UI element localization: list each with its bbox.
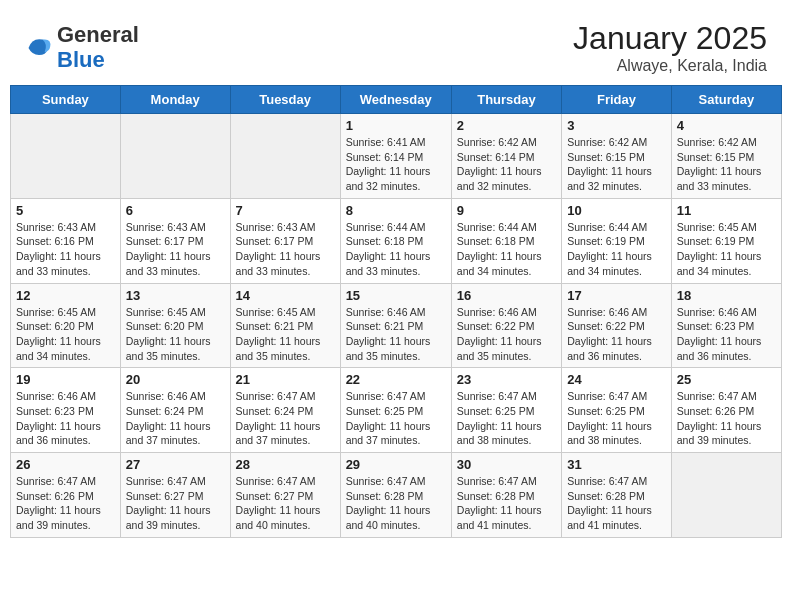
calendar-day-cell: 10Sunrise: 6:44 AM Sunset: 6:19 PM Dayli… — [562, 198, 672, 283]
logo-general: General — [57, 23, 139, 47]
day-info: Sunrise: 6:46 AM Sunset: 6:24 PM Dayligh… — [126, 389, 225, 448]
day-number: 2 — [457, 118, 556, 133]
calendar-day-cell: 16Sunrise: 6:46 AM Sunset: 6:22 PM Dayli… — [451, 283, 561, 368]
day-number: 28 — [236, 457, 335, 472]
day-info: Sunrise: 6:45 AM Sunset: 6:20 PM Dayligh… — [16, 305, 115, 364]
calendar-day-cell — [230, 114, 340, 199]
calendar-day-cell: 29Sunrise: 6:47 AM Sunset: 6:28 PM Dayli… — [340, 453, 451, 538]
day-info: Sunrise: 6:46 AM Sunset: 6:23 PM Dayligh… — [16, 389, 115, 448]
day-info: Sunrise: 6:47 AM Sunset: 6:27 PM Dayligh… — [126, 474, 225, 533]
day-info: Sunrise: 6:47 AM Sunset: 6:27 PM Dayligh… — [236, 474, 335, 533]
day-info: Sunrise: 6:47 AM Sunset: 6:24 PM Dayligh… — [236, 389, 335, 448]
calendar-day-cell: 25Sunrise: 6:47 AM Sunset: 6:26 PM Dayli… — [671, 368, 781, 453]
calendar-day-cell: 28Sunrise: 6:47 AM Sunset: 6:27 PM Dayli… — [230, 453, 340, 538]
day-number: 17 — [567, 288, 666, 303]
calendar-week-row: 26Sunrise: 6:47 AM Sunset: 6:26 PM Dayli… — [11, 453, 782, 538]
calendar-day-cell: 17Sunrise: 6:46 AM Sunset: 6:22 PM Dayli… — [562, 283, 672, 368]
day-number: 11 — [677, 203, 776, 218]
calendar-day-cell: 12Sunrise: 6:45 AM Sunset: 6:20 PM Dayli… — [11, 283, 121, 368]
calendar-day-cell: 6Sunrise: 6:43 AM Sunset: 6:17 PM Daylig… — [120, 198, 230, 283]
calendar-table: SundayMondayTuesdayWednesdayThursdayFrid… — [10, 85, 782, 538]
day-info: Sunrise: 6:47 AM Sunset: 6:28 PM Dayligh… — [457, 474, 556, 533]
logo: General Blue — [25, 23, 139, 71]
calendar-day-cell: 13Sunrise: 6:45 AM Sunset: 6:20 PM Dayli… — [120, 283, 230, 368]
day-number: 13 — [126, 288, 225, 303]
calendar-week-row: 19Sunrise: 6:46 AM Sunset: 6:23 PM Dayli… — [11, 368, 782, 453]
day-of-week-header: Tuesday — [230, 86, 340, 114]
calendar-day-cell: 22Sunrise: 6:47 AM Sunset: 6:25 PM Dayli… — [340, 368, 451, 453]
day-number: 21 — [236, 372, 335, 387]
logo-blue: Blue — [57, 48, 139, 72]
day-number: 26 — [16, 457, 115, 472]
day-info: Sunrise: 6:47 AM Sunset: 6:25 PM Dayligh… — [457, 389, 556, 448]
day-of-week-header: Saturday — [671, 86, 781, 114]
day-number: 23 — [457, 372, 556, 387]
calendar-week-row: 5Sunrise: 6:43 AM Sunset: 6:16 PM Daylig… — [11, 198, 782, 283]
day-info: Sunrise: 6:46 AM Sunset: 6:21 PM Dayligh… — [346, 305, 446, 364]
day-number: 12 — [16, 288, 115, 303]
day-number: 29 — [346, 457, 446, 472]
day-info: Sunrise: 6:43 AM Sunset: 6:17 PM Dayligh… — [126, 220, 225, 279]
calendar-day-cell: 4Sunrise: 6:42 AM Sunset: 6:15 PM Daylig… — [671, 114, 781, 199]
calendar-day-cell: 19Sunrise: 6:46 AM Sunset: 6:23 PM Dayli… — [11, 368, 121, 453]
calendar-day-cell: 3Sunrise: 6:42 AM Sunset: 6:15 PM Daylig… — [562, 114, 672, 199]
day-info: Sunrise: 6:43 AM Sunset: 6:17 PM Dayligh… — [236, 220, 335, 279]
day-number: 15 — [346, 288, 446, 303]
day-info: Sunrise: 6:44 AM Sunset: 6:18 PM Dayligh… — [346, 220, 446, 279]
calendar-day-cell: 2Sunrise: 6:42 AM Sunset: 6:14 PM Daylig… — [451, 114, 561, 199]
day-of-week-header: Thursday — [451, 86, 561, 114]
day-info: Sunrise: 6:46 AM Sunset: 6:22 PM Dayligh… — [457, 305, 556, 364]
day-info: Sunrise: 6:47 AM Sunset: 6:25 PM Dayligh… — [567, 389, 666, 448]
calendar-day-cell: 5Sunrise: 6:43 AM Sunset: 6:16 PM Daylig… — [11, 198, 121, 283]
title-block: January 2025 Alwaye, Kerala, India — [573, 20, 767, 75]
day-number: 24 — [567, 372, 666, 387]
day-info: Sunrise: 6:45 AM Sunset: 6:20 PM Dayligh… — [126, 305, 225, 364]
day-info: Sunrise: 6:42 AM Sunset: 6:14 PM Dayligh… — [457, 135, 556, 194]
day-number: 20 — [126, 372, 225, 387]
day-number: 3 — [567, 118, 666, 133]
page-header: General Blue January 2025 Alwaye, Kerala… — [10, 10, 782, 80]
calendar-header-row: SundayMondayTuesdayWednesdayThursdayFrid… — [11, 86, 782, 114]
day-info: Sunrise: 6:45 AM Sunset: 6:21 PM Dayligh… — [236, 305, 335, 364]
calendar-day-cell: 9Sunrise: 6:44 AM Sunset: 6:18 PM Daylig… — [451, 198, 561, 283]
day-number: 30 — [457, 457, 556, 472]
day-info: Sunrise: 6:44 AM Sunset: 6:18 PM Dayligh… — [457, 220, 556, 279]
day-info: Sunrise: 6:41 AM Sunset: 6:14 PM Dayligh… — [346, 135, 446, 194]
calendar-subtitle: Alwaye, Kerala, India — [573, 57, 767, 75]
day-of-week-header: Friday — [562, 86, 672, 114]
calendar-week-row: 1Sunrise: 6:41 AM Sunset: 6:14 PM Daylig… — [11, 114, 782, 199]
day-number: 31 — [567, 457, 666, 472]
day-number: 25 — [677, 372, 776, 387]
day-number: 7 — [236, 203, 335, 218]
calendar-day-cell: 8Sunrise: 6:44 AM Sunset: 6:18 PM Daylig… — [340, 198, 451, 283]
calendar-day-cell: 21Sunrise: 6:47 AM Sunset: 6:24 PM Dayli… — [230, 368, 340, 453]
day-info: Sunrise: 6:42 AM Sunset: 6:15 PM Dayligh… — [567, 135, 666, 194]
day-number: 19 — [16, 372, 115, 387]
logo-icon — [25, 34, 53, 62]
day-info: Sunrise: 6:42 AM Sunset: 6:15 PM Dayligh… — [677, 135, 776, 194]
day-number: 16 — [457, 288, 556, 303]
day-info: Sunrise: 6:47 AM Sunset: 6:26 PM Dayligh… — [16, 474, 115, 533]
day-info: Sunrise: 6:43 AM Sunset: 6:16 PM Dayligh… — [16, 220, 115, 279]
day-number: 4 — [677, 118, 776, 133]
day-of-week-header: Monday — [120, 86, 230, 114]
calendar-day-cell: 23Sunrise: 6:47 AM Sunset: 6:25 PM Dayli… — [451, 368, 561, 453]
calendar-day-cell: 24Sunrise: 6:47 AM Sunset: 6:25 PM Dayli… — [562, 368, 672, 453]
day-number: 5 — [16, 203, 115, 218]
day-of-week-header: Sunday — [11, 86, 121, 114]
calendar-day-cell: 15Sunrise: 6:46 AM Sunset: 6:21 PM Dayli… — [340, 283, 451, 368]
day-info: Sunrise: 6:47 AM Sunset: 6:28 PM Dayligh… — [567, 474, 666, 533]
calendar-day-cell: 27Sunrise: 6:47 AM Sunset: 6:27 PM Dayli… — [120, 453, 230, 538]
day-info: Sunrise: 6:44 AM Sunset: 6:19 PM Dayligh… — [567, 220, 666, 279]
calendar-week-row: 12Sunrise: 6:45 AM Sunset: 6:20 PM Dayli… — [11, 283, 782, 368]
calendar-day-cell — [11, 114, 121, 199]
calendar-day-cell — [671, 453, 781, 538]
day-number: 6 — [126, 203, 225, 218]
day-info: Sunrise: 6:46 AM Sunset: 6:22 PM Dayligh… — [567, 305, 666, 364]
calendar-day-cell — [120, 114, 230, 199]
logo-text: General Blue — [57, 23, 139, 71]
calendar-day-cell: 31Sunrise: 6:47 AM Sunset: 6:28 PM Dayli… — [562, 453, 672, 538]
day-info: Sunrise: 6:46 AM Sunset: 6:23 PM Dayligh… — [677, 305, 776, 364]
calendar-day-cell: 30Sunrise: 6:47 AM Sunset: 6:28 PM Dayli… — [451, 453, 561, 538]
day-number: 14 — [236, 288, 335, 303]
